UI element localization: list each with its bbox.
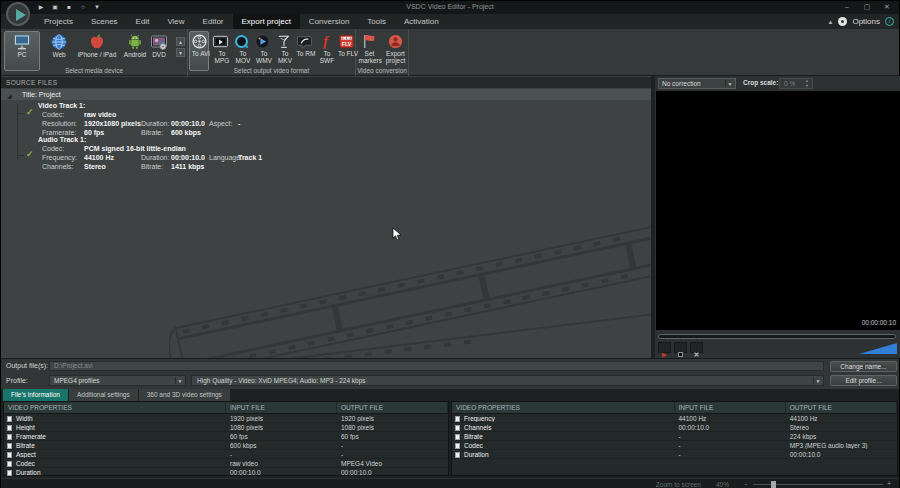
correction-value: No correction [662, 80, 701, 87]
video-track-title: Video Track 1: [38, 101, 85, 110]
format-to-flv-button[interactable]: FLV To FLV [336, 31, 356, 71]
table-row[interactable]: Bitrate600 kbps- [4, 441, 448, 450]
table-row[interactable]: Codec-MP3 (MPEG audio layer 3) [452, 441, 897, 450]
export-project-button[interactable]: Export project [383, 31, 408, 71]
format-to-wmv-button[interactable]: To WMV [252, 31, 272, 71]
profile-quality-select[interactable]: High Quality - Video: XviD MPEG4; Audio:… [191, 375, 824, 386]
info-icon[interactable]: i [885, 17, 894, 26]
output-file-value: D:\Project.avi [54, 362, 93, 369]
crop-spin-down-icon[interactable]: ▼ [803, 84, 811, 89]
film-strip-graphic [169, 224, 653, 358]
close-button[interactable]: ✕ [879, 2, 895, 12]
crop-scale-spinner[interactable]: 0 % ▲ ▼ [779, 78, 813, 89]
table-row[interactable]: Width1920 pixels1920 pixels [4, 414, 448, 423]
table-row[interactable]: Duration-00:00:10.0 [452, 450, 897, 459]
video-aspect-value: - [238, 119, 240, 128]
collapse-ribbon-icon[interactable]: ▲ [827, 19, 833, 25]
preview-panel: No correction ▼ Crop scale: 0 % ▲ ▼ 00:0… [655, 76, 900, 358]
source-files-header: SOURCE FILES [1, 77, 651, 88]
menu-scenes[interactable]: Scenes [82, 14, 127, 29]
eject-button[interactable]: ✕ [690, 342, 703, 353]
video-aspect-label: Aspect: [209, 119, 232, 128]
device-scroll-down-icon[interactable]: ▼ [176, 48, 185, 57]
stop-button[interactable] [674, 342, 687, 353]
device-iphone-ipad-button[interactable]: iPhone / iPad [76, 31, 118, 71]
menu-editor[interactable]: Editor [194, 14, 233, 29]
zoom-slider-handle[interactable] [771, 481, 776, 488]
device-scroll-up-icon[interactable]: ▲ [176, 37, 185, 46]
menu-projects[interactable]: Projects [35, 14, 82, 29]
tab-files-information[interactable]: File's information [3, 389, 68, 401]
menu-view[interactable]: View [158, 14, 193, 29]
video-duration-value: 00:00:10.0 [171, 119, 205, 128]
play-button[interactable]: ▶ [658, 342, 671, 353]
table-row[interactable]: Aspect-- [4, 450, 448, 459]
crop-scale-value: 0 % [784, 80, 795, 87]
tv-play-icon [212, 33, 229, 50]
device-scroll-spinner: ▲ ▼ [176, 37, 185, 57]
edit-profile-button[interactable]: Edit profile... [830, 375, 897, 386]
app-window: ▶ ▣ ■ ○ ▼ VSDC Video Editor - Project – … [0, 0, 900, 488]
device-pc-button[interactable]: PC [4, 31, 40, 71]
table-row[interactable]: Duration00:00:10.000:00:10.0 [4, 468, 448, 477]
options-button[interactable]: Options [852, 17, 880, 26]
audio-language-value: Track 1 [238, 153, 262, 162]
table-row[interactable]: Framerate60 fps60 fps [4, 432, 448, 441]
gear-icon[interactable] [838, 17, 847, 26]
tab-additional-settings[interactable]: Additional settings [69, 389, 138, 401]
table-row[interactable]: Codecraw videoMPEG4 Video [4, 459, 448, 468]
format-to-mpg-button[interactable]: To MPG [210, 31, 230, 71]
vsdc-logo-icon[interactable] [6, 2, 30, 26]
maximize-button[interactable]: ▢ [859, 2, 875, 12]
video-preview-area[interactable]: 00:00:00:10 [656, 91, 900, 330]
format-to-mov-button[interactable]: To MOV [231, 31, 251, 71]
web-globe-icon [50, 33, 68, 51]
correction-select[interactable]: No correction ▼ [658, 78, 736, 89]
seek-bar[interactable] [658, 334, 896, 339]
zoom-out-button[interactable]: - [745, 480, 747, 487]
device-dvd-button[interactable]: DVD [143, 31, 175, 71]
flv-box-icon: FLV [338, 33, 355, 50]
menu-activation[interactable]: Activation [395, 14, 448, 29]
audio-duration-value: 00:00:10.0 [171, 153, 205, 162]
device-web-button[interactable]: Web [44, 31, 74, 71]
dvd-screen-icon [150, 33, 168, 51]
zoom-in-button[interactable]: + [887, 480, 891, 487]
profile-type-select[interactable]: MPEG4 profiles ▼ [49, 375, 186, 386]
profile-type-dropdown-icon[interactable]: ▼ [175, 377, 184, 384]
table-row[interactable]: Channels00:00:10.0Stereo [452, 423, 897, 432]
minimize-button[interactable]: – [839, 2, 855, 12]
media-device-group: PC Web iPhone / iPad Android DVD ▲ ▼ [1, 29, 188, 76]
video-conversion-group: Set markers Export project Video convers… [356, 29, 409, 76]
menu-edit[interactable]: Edit [127, 14, 159, 29]
menu-export-project[interactable]: Export project [233, 14, 300, 29]
stop-icon [678, 352, 683, 357]
video-resolution-value: 1920x1080 pixels [84, 119, 141, 128]
tab-360-3d-settings[interactable]: 360 and 3D video settings [139, 389, 230, 401]
format-to-swf-button[interactable]: f To SWF [315, 31, 335, 71]
svg-text:FLV: FLV [341, 41, 351, 47]
settings-tabs: File's information Additional settings 3… [1, 389, 899, 401]
audio-channels-label: Channels: [42, 162, 74, 171]
table-row[interactable]: Frequency44100 Hz44100 Hz [452, 414, 897, 423]
correction-dropdown-icon[interactable]: ▼ [725, 80, 734, 87]
transport-controls: ▶ ✕ [658, 342, 703, 353]
document-icon [455, 452, 460, 458]
profile-quality-dropdown-icon[interactable]: ▼ [813, 377, 822, 384]
profile-label: Profile: [6, 377, 28, 384]
profile-row: Profile: MPEG4 profiles ▼ High Quality -… [1, 372, 899, 389]
menu-tools[interactable]: Tools [358, 14, 395, 29]
output-file-input[interactable]: D:\Project.avi [49, 361, 824, 371]
set-markers-button[interactable]: Set markers [357, 31, 382, 71]
menu-conversion[interactable]: Conversion [300, 14, 358, 29]
format-to-mkv-button[interactable]: To MKV [273, 31, 293, 71]
table-row[interactable]: Height1080 pixels1080 pixels [4, 423, 448, 432]
format-to-avi-button[interactable]: To AVI [189, 31, 209, 71]
flash-f-icon: f [317, 33, 334, 50]
change-name-button[interactable]: Change name... [830, 361, 897, 372]
format-to-rm-button[interactable]: To RM [294, 31, 314, 71]
table-row[interactable]: Bitrate-224 kbps [452, 432, 897, 441]
project-tree-row[interactable]: ◢ Title: Project [1, 89, 651, 100]
volume-slider[interactable] [859, 343, 897, 354]
zoom-slider[interactable] [753, 484, 883, 485]
